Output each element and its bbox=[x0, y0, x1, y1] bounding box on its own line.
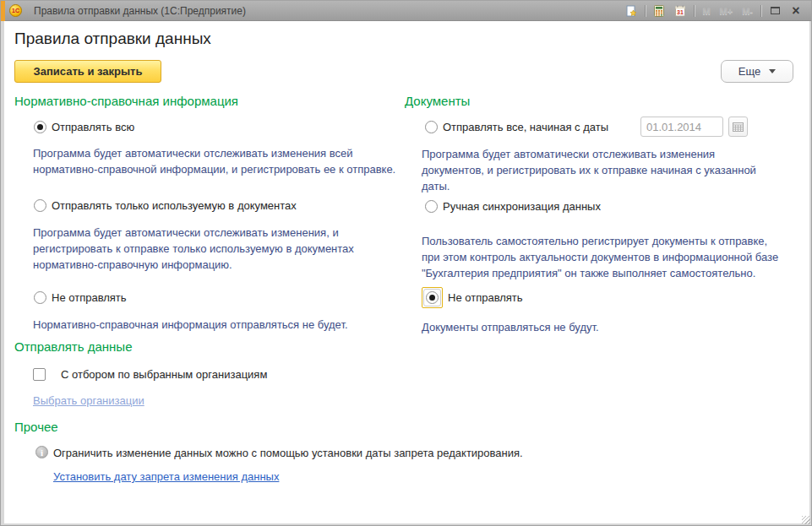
select-organizations-link[interactable]: Выбрать организации bbox=[33, 394, 144, 407]
date-picker-button[interactable] bbox=[728, 117, 748, 137]
set-restriction-date-link[interactable]: Установить дату запрета изменения данных bbox=[53, 470, 279, 483]
more-button[interactable]: Еще bbox=[721, 60, 793, 83]
checkbox-icon[interactable] bbox=[33, 368, 46, 381]
section-heading-documents: Документы bbox=[405, 94, 470, 108]
memory-plus-button: M+ bbox=[718, 6, 735, 16]
section-heading-reference-data: Нормативно-справочная информация bbox=[14, 94, 238, 108]
checkbox-label: С отбором по выбранным организациям bbox=[61, 368, 267, 381]
description-line: Программа будет автоматически отслеживат… bbox=[422, 146, 756, 162]
radio-nsi-send-all[interactable]: Отправлять всю bbox=[34, 121, 134, 133]
description-nsi-send-used-only: Программа будет автоматически отслеживат… bbox=[33, 225, 354, 273]
form-content: Правила отправки данных Записать и закры… bbox=[4, 21, 809, 523]
section-heading-send-data: Отправлять данные bbox=[14, 339, 132, 354]
titlebar-separator bbox=[645, 5, 646, 17]
radio-label: Не отправлять bbox=[52, 291, 127, 304]
description-line: Нормативно-справочная информация отправл… bbox=[33, 317, 348, 333]
start-date-input[interactable] bbox=[640, 117, 723, 137]
focus-ring bbox=[422, 287, 443, 308]
description-line: нормативно-справочную информацию. bbox=[33, 257, 354, 273]
titlebar-separator bbox=[760, 5, 761, 17]
checkbox-filter-by-organizations[interactable]: С отбором по выбранным организациям bbox=[33, 368, 267, 381]
calendar-grid-icon bbox=[733, 122, 744, 132]
page-title: Правила отправки данных bbox=[14, 30, 211, 48]
radio-label: Не отправлять bbox=[448, 291, 523, 304]
close-icon: × bbox=[792, 4, 799, 18]
close-button[interactable]: × bbox=[788, 3, 804, 19]
maximize-button[interactable] bbox=[767, 3, 782, 19]
radio-docs-send-all-from-date[interactable]: Отправлять все, начиная с даты bbox=[425, 121, 608, 133]
title-bar: 1С Правила отправки данных (1С:Предприят… bbox=[1, 1, 811, 21]
description-line: Программа будет автоматически отслеживат… bbox=[33, 225, 354, 241]
titlebar-controls: 31 M M+ M- × bbox=[624, 3, 811, 19]
description-line: регистрировать к отправке только использ… bbox=[33, 241, 354, 257]
description-docs-send-from-date: Программа будет автоматически отслеживат… bbox=[422, 146, 756, 194]
description-nsi-do-not-send: Нормативно-справочная информация отправл… bbox=[33, 317, 348, 333]
description-line: Документы отправляться не будут. bbox=[422, 319, 599, 335]
description-line: даты. bbox=[422, 178, 756, 194]
radio-nsi-send-used-only[interactable]: Отправлять только используемую в докумен… bbox=[34, 199, 297, 212]
window-title: Правила отправки данных (1С:Предприятие) bbox=[34, 5, 246, 17]
radio-label: Отправлять только используемую в докумен… bbox=[52, 199, 297, 212]
favorites-icon[interactable] bbox=[624, 3, 639, 19]
chevron-down-icon bbox=[769, 69, 776, 73]
radio-button-icon[interactable] bbox=[426, 291, 439, 304]
description-line: документов, и регистрировать их к отправ… bbox=[422, 162, 756, 178]
titlebar-separator bbox=[694, 5, 695, 17]
radio-button-icon[interactable] bbox=[34, 291, 46, 304]
radio-button-icon[interactable] bbox=[425, 200, 438, 213]
restriction-info-text: Ограничить изменение данных можно с помо… bbox=[53, 447, 523, 459]
calculator-icon[interactable] bbox=[651, 3, 667, 19]
description-docs-do-not-send: Документы отправляться не будут. bbox=[422, 319, 599, 335]
memory-minus-button: M- bbox=[740, 6, 755, 16]
radio-button-icon[interactable] bbox=[34, 199, 46, 212]
calendar-icon[interactable]: 31 bbox=[673, 3, 688, 19]
description-line: нормативно-справочной информации, и реги… bbox=[33, 161, 395, 177]
radio-label: Отправлять всю bbox=[52, 121, 134, 133]
info-icon: i bbox=[35, 446, 48, 458]
radio-button-icon[interactable] bbox=[425, 121, 438, 133]
1c-logo-icon: 1С bbox=[9, 4, 22, 17]
app-window: 1С Правила отправки данных (1С:Предприят… bbox=[0, 0, 812, 526]
maximize-icon bbox=[771, 7, 780, 14]
radio-label: Отправлять все, начиная с даты bbox=[443, 121, 608, 133]
more-button-label: Еще bbox=[738, 65, 760, 78]
radio-button-icon[interactable] bbox=[34, 121, 46, 133]
radio-nsi-do-not-send[interactable]: Не отправлять bbox=[34, 291, 127, 304]
description-nsi-send-all: Программа будет автоматически отслеживат… bbox=[33, 145, 395, 177]
logo-text: 1С bbox=[12, 8, 19, 14]
resize-grip[interactable] bbox=[802, 516, 810, 524]
radio-docs-manual-sync[interactable]: Ручная синхронизация данных bbox=[425, 200, 601, 213]
radio-docs-do-not-send[interactable]: Не отправлять bbox=[422, 287, 523, 308]
description-line: при этом контроль актуальности документо… bbox=[422, 249, 778, 265]
accent-strip bbox=[1, 1, 5, 21]
radio-label: Ручная синхронизация данных bbox=[443, 200, 601, 213]
description-line: Программа будет автоматически отслеживат… bbox=[33, 145, 395, 161]
description-docs-manual-sync: Пользователь самостоятельно регистрирует… bbox=[422, 233, 778, 281]
focus-ring-inner bbox=[423, 289, 441, 306]
description-line: "Бухгалтерия предприятия" он также выпол… bbox=[422, 265, 778, 281]
svg-text:31: 31 bbox=[678, 9, 684, 15]
save-and-close-button[interactable]: Записать и закрыть bbox=[14, 60, 161, 83]
memory-recall-button: M bbox=[700, 6, 711, 16]
description-line: Пользователь самостоятельно регистрирует… bbox=[422, 233, 778, 249]
section-heading-other: Прочее bbox=[14, 420, 58, 434]
